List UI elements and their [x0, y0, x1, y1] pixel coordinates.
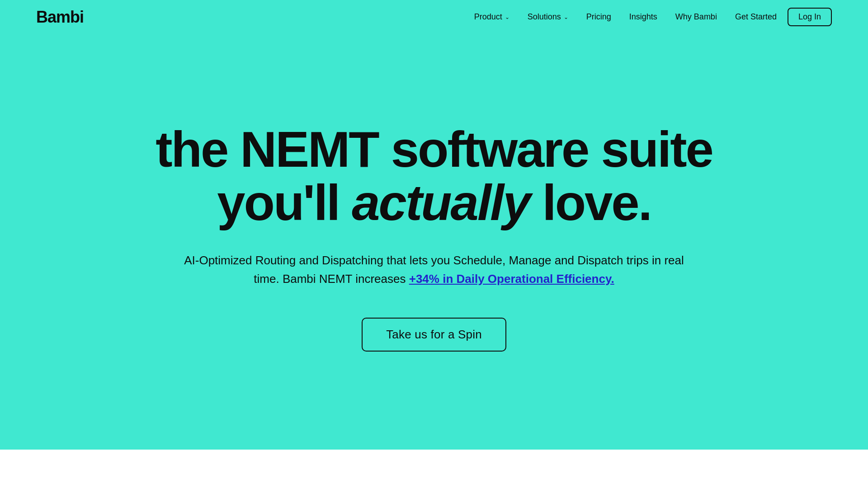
nav-product-label: Product [474, 12, 502, 22]
nav-product[interactable]: Product ⌄ [467, 9, 517, 25]
nav-pricing[interactable]: Pricing [579, 9, 618, 25]
efficiency-link[interactable]: +34% in Daily Operational Efficiency. [409, 272, 614, 286]
nav-pricing-label: Pricing [586, 12, 611, 22]
headline-line2-start: you'll [217, 174, 352, 231]
nav-get-started[interactable]: Get Started [728, 9, 784, 25]
headline-line1: the NEMT software suite [156, 121, 712, 178]
hero-section: the NEMT software suite you'll actually … [0, 34, 868, 450]
nav-why-bambi-label: Why Bambi [675, 12, 717, 22]
cta-button[interactable]: Take us for a Spin [362, 318, 506, 352]
product-chevron-icon: ⌄ [505, 14, 509, 20]
navbar: Bambi Product ⌄ Solutions ⌄ Pricing Insi… [0, 0, 868, 34]
nav-insights-label: Insights [629, 12, 657, 22]
hero-subtext: AI-Optimized Routing and Dispatching tha… [172, 251, 696, 289]
logo[interactable]: Bambi [36, 8, 84, 27]
nav-links: Product ⌄ Solutions ⌄ Pricing Insights W… [467, 8, 832, 26]
bottom-strip [0, 450, 868, 488]
brand-name: Bambi [36, 8, 84, 27]
login-button[interactable]: Log In [788, 8, 832, 26]
nav-why-bambi[interactable]: Why Bambi [668, 9, 724, 25]
nav-get-started-label: Get Started [735, 12, 777, 22]
nav-solutions-label: Solutions [528, 12, 561, 22]
hero-headline: the NEMT software suite you'll actually … [156, 123, 712, 229]
headline-line2-end: love. [529, 174, 651, 231]
nav-insights[interactable]: Insights [622, 9, 665, 25]
headline-italic: actually [352, 174, 529, 231]
solutions-chevron-icon: ⌄ [564, 14, 568, 20]
nav-solutions[interactable]: Solutions ⌄ [520, 9, 576, 25]
